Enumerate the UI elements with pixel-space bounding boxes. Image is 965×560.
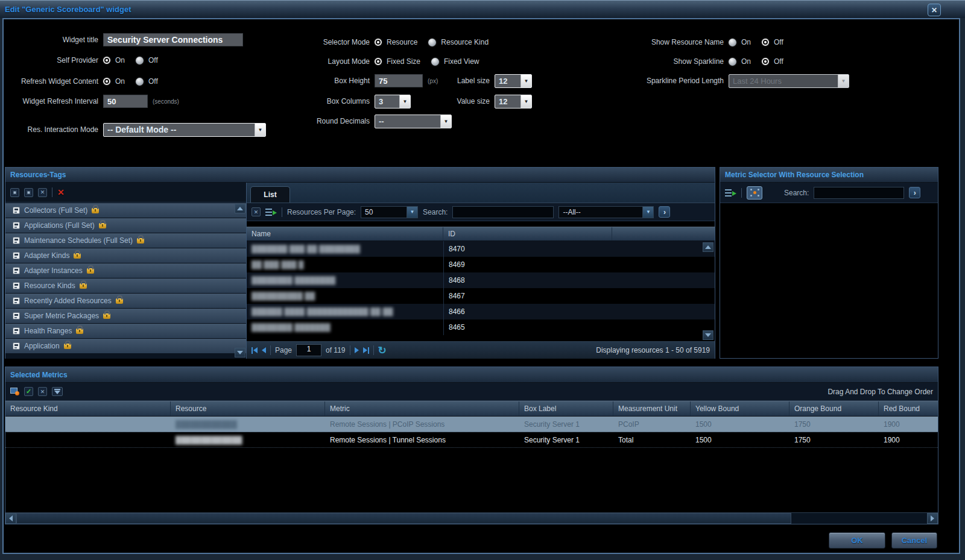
label-size-row: Label size 12 ▼ (454, 74, 532, 88)
scroll-right-icon[interactable] (927, 513, 938, 524)
selected-metric-row[interactable]: ████████████ Remote Sessions | PCoIP Ses… (5, 417, 938, 432)
self-provider-on-radio[interactable] (103, 57, 110, 64)
last-page-icon[interactable] (363, 347, 369, 354)
col-red-bound[interactable]: Red Bound (879, 401, 938, 416)
scroll-down-icon[interactable] (703, 330, 713, 340)
deselect-icon[interactable]: ✕ (38, 188, 47, 197)
refresh-icon[interactable]: ↻ (378, 345, 387, 356)
show-resource-name-on-radio[interactable] (729, 39, 736, 46)
prev-page-icon[interactable] (262, 347, 266, 353)
tab-list[interactable]: List (250, 186, 290, 203)
tag-item-applications[interactable]: Applications (Full Set) (5, 218, 246, 233)
tag-item-adapter-kinds[interactable]: Adapter Kinds (5, 248, 246, 263)
col-resource-kind[interactable]: Resource Kind (5, 401, 171, 416)
metric-search-go-icon[interactable]: › (909, 187, 920, 198)
metrics-hscrollbar[interactable] (5, 512, 938, 524)
cancel-button[interactable]: Cancel (891, 532, 937, 549)
tag-item-resource-kinds[interactable]: Resource Kinds (5, 278, 246, 293)
selector-mode-resourcekind-radio[interactable] (428, 39, 436, 46)
tag-item-application[interactable]: Application (5, 338, 246, 353)
resource-row[interactable]: ████████ ███████ 8465 (247, 319, 715, 335)
round-decimals-select[interactable]: -- ▼ (375, 115, 452, 128)
resource-row[interactable]: ██ ███ ███ █ 8469 (247, 257, 715, 272)
col-measurement-unit[interactable]: Measurement Unit (613, 401, 691, 416)
tags-scrollbar[interactable] (235, 204, 245, 357)
list-scrollbar[interactable] (703, 242, 713, 340)
expand-all-icon[interactable] (10, 188, 19, 197)
per-page-select[interactable]: 50 ▼ (361, 206, 418, 218)
list-filter-select[interactable]: --All-- ▼ (558, 206, 654, 218)
dropdown-arrow-icon[interactable]: ▼ (255, 124, 265, 136)
deselect-all-icon[interactable]: ✕ (252, 207, 261, 216)
remove-metric-icon[interactable]: ✕ (38, 387, 47, 396)
resource-row[interactable]: ██████████ ██ 8467 (247, 288, 715, 304)
box-columns-select[interactable]: 3 ▼ (375, 95, 411, 109)
value-size-select[interactable]: 12 ▼ (495, 95, 532, 109)
first-page-icon[interactable] (252, 347, 258, 354)
collapse-all-icon[interactable] (24, 188, 33, 197)
add-metric-icon[interactable] (725, 189, 736, 197)
dropdown-arrow-icon[interactable]: ▼ (399, 95, 410, 108)
apply-check-icon[interactable]: ✓ (24, 387, 33, 396)
dropdown-arrow-icon[interactable]: ▼ (520, 75, 531, 87)
tag-item-collectors[interactable]: Collectors (Full Set) (5, 203, 246, 218)
refresh-interval-input[interactable]: 50 (103, 95, 148, 108)
resource-row[interactable]: ███████ ███ ██ ████████ 8470 (247, 241, 715, 257)
interaction-mode-row: Res. Interaction Mode -- Default Mode --… (5, 122, 266, 137)
sparkline-period-label: Sparkline Period Length (627, 77, 724, 85)
interaction-mode-label: Res. Interaction Mode (5, 125, 98, 134)
scroll-down-icon[interactable] (235, 348, 245, 357)
show-sparkline-off-radio[interactable] (762, 58, 769, 65)
page-input[interactable]: 1 (296, 344, 321, 356)
layout-mode-fixedsize-radio[interactable] (375, 58, 382, 65)
tag-item-adapter-instances[interactable]: Adapter Instances (5, 263, 246, 278)
show-sparkline-on-radio[interactable] (729, 58, 736, 66)
scroll-up-icon[interactable] (703, 242, 713, 252)
tag-item-maintenance-schedules[interactable]: Maintenance Schedules (Full Set) (5, 233, 246, 248)
resource-selection-toggle[interactable] (747, 186, 762, 200)
show-resource-name-label: Show Resource Name (627, 38, 724, 46)
widget-title-input[interactable]: Security Server Connections (103, 33, 243, 46)
dropdown-arrow-icon[interactable]: ▼ (407, 207, 417, 218)
col-box-label[interactable]: Box Label (519, 401, 613, 416)
dropdown-arrow-icon[interactable]: ▼ (642, 207, 653, 218)
add-remove-metric-icon[interactable] (10, 388, 19, 395)
tag-item-health-ranges[interactable]: Health Ranges (5, 323, 246, 338)
label-size-select[interactable]: 12 ▼ (495, 74, 532, 88)
tag-item-super-metric-packages[interactable]: Super Metric Packages (5, 308, 246, 323)
col-resource[interactable]: Resource (171, 401, 325, 416)
col-orange-bound[interactable]: Orange Bound (789, 401, 879, 416)
layout-mode-fixedview-radio[interactable] (431, 58, 439, 66)
scroll-up-icon[interactable] (235, 204, 245, 213)
close-icon[interactable]: ✕ (928, 4, 941, 16)
tag-item-recently-added[interactable]: Recently Added Resources (5, 293, 246, 308)
metric-selector-header: Metric Selector With Resource Selection (720, 168, 938, 183)
interaction-mode-select[interactable]: -- Default Mode -- ▼ (103, 123, 266, 137)
col-metric[interactable]: Metric (325, 401, 519, 416)
resource-row[interactable]: ██████ ████ ████████████ ██ ██ 8466 (247, 304, 715, 319)
scroll-left-icon[interactable] (5, 513, 16, 524)
refresh-content-on-radio[interactable] (103, 78, 110, 85)
add-to-selection-icon[interactable] (265, 208, 277, 216)
self-provider-off-radio[interactable] (136, 57, 144, 64)
search-go-icon[interactable]: › (659, 206, 670, 218)
clear-selection-icon[interactable]: ✕ (57, 187, 65, 197)
selected-metric-row[interactable]: █████████████ Remote Sessions | Tunnel S… (5, 432, 938, 448)
refresh-content-off-radio[interactable] (136, 78, 144, 86)
show-resource-name-off-radio[interactable] (762, 39, 769, 46)
col-yellow-bound[interactable]: Yellow Bound (691, 401, 789, 416)
dropdown-arrow-icon[interactable]: ▼ (520, 95, 531, 108)
selector-mode-resource-radio[interactable] (375, 39, 382, 46)
list-search-input[interactable] (452, 206, 554, 218)
box-height-row: Box Height 75 (px) (274, 74, 438, 88)
box-height-input[interactable]: 75 (375, 74, 423, 87)
ok-button[interactable]: OK (829, 532, 885, 549)
metric-search-input[interactable] (814, 187, 904, 199)
next-page-icon[interactable] (355, 347, 359, 353)
column-header-id[interactable]: ID (443, 227, 612, 241)
hscroll-thumb[interactable] (16, 513, 791, 524)
column-header-name[interactable]: Name (247, 227, 443, 241)
move-to-bottom-icon[interactable] (52, 387, 63, 396)
dropdown-arrow-icon[interactable]: ▼ (440, 115, 451, 128)
resource-row[interactable]: ████████ ████████ 8468 (247, 272, 715, 288)
